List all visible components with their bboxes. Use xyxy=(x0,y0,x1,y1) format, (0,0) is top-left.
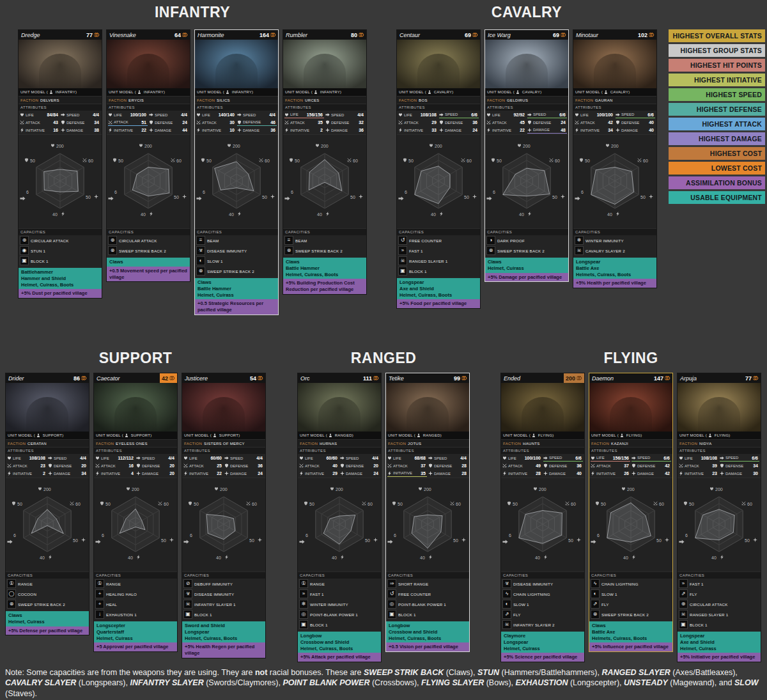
capacity-label: COCOON xyxy=(18,592,36,596)
cost-icon xyxy=(753,375,759,381)
bolt-icon xyxy=(341,555,344,559)
attr-defense-value: 34 xyxy=(753,463,759,468)
attr-life-value: 100/100 xyxy=(597,113,614,117)
equipment-line: Quarterstaff xyxy=(97,629,174,635)
radar-axis-max: 50 xyxy=(464,195,469,199)
note-text: racial bonuses. These are xyxy=(267,668,364,677)
note-text: FLYING SLAYER xyxy=(421,678,484,687)
equipment-box: LongbowCrossbow and ShieldHelmet, Cuiras… xyxy=(298,632,381,653)
unit-portrait xyxy=(298,383,381,432)
defense-icon xyxy=(631,463,636,468)
swords-icon xyxy=(171,159,175,162)
unit-model-type: INFANTRY) xyxy=(54,90,77,94)
attr-initiative-value: 16 xyxy=(53,128,59,132)
bolt-icon xyxy=(616,212,619,216)
faction-label: FACTION xyxy=(96,442,114,446)
unit-header: Ice Warg 69 xyxy=(485,30,568,40)
attr-defense-value: 36 xyxy=(472,120,479,125)
attr-damage-value: 28 xyxy=(461,471,468,476)
radar-axis-max: 60 xyxy=(265,159,270,163)
attr-defense-value: 42 xyxy=(665,463,671,468)
assimilation-bonus: +5% Science per pacified village xyxy=(501,653,584,662)
note-text: (Axes/Battleaxes), xyxy=(670,668,740,677)
radar-axis-max: 50 xyxy=(105,502,111,506)
unit-model-label: UNIT MODEL ( xyxy=(679,433,707,437)
attributes-header: ATTRIBUTES xyxy=(485,104,568,111)
radar-axis-max: 40 xyxy=(420,556,425,560)
unit-name: Ice Warg xyxy=(488,32,511,38)
capacity-label: HEAL xyxy=(106,602,117,607)
unit-model-label: UNIT MODEL ( xyxy=(388,433,415,437)
cost-icon xyxy=(270,32,276,38)
block-icon: ▣ xyxy=(679,620,688,629)
capacities-header: CAPACITIES xyxy=(19,228,102,235)
equipment-line: Helmets, Cuirass, Boots xyxy=(592,635,670,642)
equipment-line: Longbow xyxy=(389,623,467,629)
attr-attack: ATTACK 16 xyxy=(95,462,135,469)
unit-type-icon xyxy=(620,433,624,437)
attack-icon xyxy=(679,463,683,468)
unit-cost: 54 xyxy=(248,373,265,383)
ranged-slayer-icon: ☠ xyxy=(398,256,407,265)
attr-defense: DEFENSE 42 xyxy=(631,462,671,469)
faction-row: FACTION GELDIRUS xyxy=(485,96,568,104)
chain-lightning-icon: ϟ xyxy=(591,579,600,588)
attr-speed-value: 6/6 xyxy=(471,113,479,117)
attr-life: LIFE 84/84 xyxy=(20,111,59,118)
damage-icon xyxy=(136,471,141,476)
faction-name: JOTUS xyxy=(408,442,421,446)
fast-icon: » xyxy=(398,246,407,255)
attr-initiative: INITIATIVE 10 xyxy=(196,127,236,134)
burst-icon xyxy=(258,538,262,542)
attr-attack-value: 45 xyxy=(520,120,526,125)
faction-row: FACTION SILICS xyxy=(195,96,278,104)
attr-defense: DEFENSE 46 xyxy=(237,119,277,126)
radar-chart: 200605040650 xyxy=(6,478,89,572)
legend-label: LOWEST COST xyxy=(711,164,762,172)
equipment-line: Longbow xyxy=(300,633,378,639)
capacity-label: SWEEP STRIKE BACK 2 xyxy=(207,269,254,274)
arrow-icon xyxy=(183,540,189,543)
defense-icon xyxy=(149,120,153,125)
unit-name: Minotaur xyxy=(576,32,598,38)
bolt-icon xyxy=(225,555,228,559)
unit-cost: 200 xyxy=(564,373,584,383)
attr-initiative: INITIATIVE 28 xyxy=(502,470,542,477)
unit-model-label: UNIT MODEL ( xyxy=(197,90,224,94)
unit-cost-value: 77 xyxy=(745,375,752,382)
attr-speed: SPEED 4/4 xyxy=(61,111,100,118)
unit-cost-value: 86 xyxy=(74,375,80,382)
radar-axis-max: 200 xyxy=(220,487,228,492)
arrow-icon xyxy=(575,196,580,200)
attr-initiative-label: INITIATIVE xyxy=(13,472,32,476)
equipment-box: ClawsBattle HammerHelmet, Cuirass xyxy=(195,278,278,299)
heart-icon xyxy=(38,487,42,490)
winter-immunity-icon: ❄ xyxy=(299,600,308,609)
capacity-healing-halo: + HEALING HALO xyxy=(94,589,177,599)
capacities-header: CAPACITIES xyxy=(195,228,278,235)
capacity-label: CIRCULAR ATTACK xyxy=(119,238,157,243)
capacity-label: CHAIN LIGHTNING xyxy=(601,582,639,586)
attr-defense-value: 24 xyxy=(561,120,567,125)
assimilation-bonus: +5% Damage per pacified village xyxy=(485,273,568,282)
infantry-slayer-icon: ☠ xyxy=(502,620,511,629)
faction-row: FACTION NIDYA xyxy=(678,439,761,447)
radar-axis-max: 50 xyxy=(350,195,355,199)
speed-icon xyxy=(149,113,153,117)
equipment-box: LongscepterQuarterstaffHelmet, Cuirass xyxy=(94,621,177,642)
radar-axis-max: 60 xyxy=(88,159,93,163)
radar-axis-max: 50 xyxy=(656,538,662,543)
capacity-heal: + HEAL xyxy=(94,599,177,609)
damage-icon xyxy=(237,128,242,132)
attributes-grid: LIFE 100/100 SPEED 4/4 ATTACK 51 DEFENSE… xyxy=(107,111,190,134)
cost-icon xyxy=(472,32,478,38)
radar-axis-max: 50 xyxy=(194,502,199,506)
sweep-strike-back-icon: ⊗ xyxy=(7,600,16,609)
capacity-fast-1: » FAST 1 xyxy=(678,579,761,589)
speed-icon xyxy=(616,113,620,117)
radar-axis-max: 60 xyxy=(164,502,169,506)
life-icon xyxy=(575,113,579,117)
radar-chart: 200605040650 xyxy=(501,478,584,572)
unit-header: Harmonite 164 xyxy=(195,30,278,40)
attr-initiative-label: INITIATIVE xyxy=(202,128,221,132)
